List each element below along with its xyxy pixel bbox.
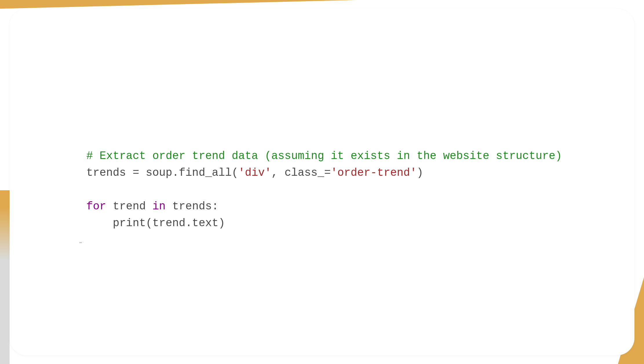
- slide-card: # Extract order trend data (assuming it …: [10, 9, 634, 355]
- code-string-div: 'div': [238, 167, 271, 179]
- code-line-assign: trends = soup.find_all(: [86, 167, 238, 179]
- code-string-ordertrend: 'order-trend': [331, 167, 417, 179]
- code-comment: # Extract order trend data (assuming it …: [86, 150, 562, 162]
- decorative-left-gradient: [0, 190, 10, 364]
- code-text: trend: [106, 200, 152, 213]
- code-text: trends:: [166, 200, 218, 213]
- code-text: ): [417, 167, 423, 179]
- decorative-triangle-top: [0, 0, 356, 9]
- code-keyword-in: in: [152, 200, 166, 213]
- footnote-mark: **: [79, 242, 82, 245]
- code-line-print: print(trend.text): [86, 217, 225, 229]
- code-block: # Extract order trend data (assuming it …: [86, 148, 562, 232]
- code-text: , class_=: [271, 167, 331, 179]
- code-keyword-for: for: [86, 200, 106, 213]
